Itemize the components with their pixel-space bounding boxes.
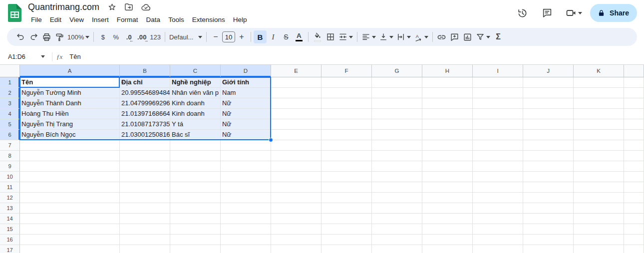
- cell-G11[interactable]: [372, 182, 422, 193]
- insert-comment-button[interactable]: [448, 30, 461, 43]
- cell-F1[interactable]: [322, 77, 372, 88]
- cell-5[interactable]: [624, 119, 644, 130]
- cell-C2[interactable]: Nhân viên văn p: [170, 88, 221, 98]
- col-header-B[interactable]: B: [120, 65, 170, 77]
- cell-K10[interactable]: [574, 172, 624, 182]
- cell-B12[interactable]: [120, 193, 170, 203]
- cell-A11[interactable]: [20, 182, 120, 193]
- cell-C3[interactable]: Kinh doanh: [170, 98, 221, 109]
- cell-J14[interactable]: [523, 214, 574, 224]
- cell-D14[interactable]: [221, 214, 271, 224]
- cell-E13[interactable]: [271, 203, 322, 214]
- cell-K15[interactable]: [574, 224, 624, 235]
- menu-tools[interactable]: Tools: [164, 15, 188, 24]
- cell-G7[interactable]: [372, 140, 422, 151]
- col-header-A[interactable]: A: [20, 65, 120, 77]
- increase-decimal-button[interactable]: .00→: [135, 30, 148, 43]
- insert-chart-button[interactable]: [461, 30, 474, 43]
- row-header-9[interactable]: 9: [0, 161, 20, 172]
- cell-F14[interactable]: [322, 214, 372, 224]
- cell-D9[interactable]: [221, 161, 271, 172]
- cell-D16[interactable]: [221, 235, 271, 245]
- cell-K16[interactable]: [574, 235, 624, 245]
- cell-C16[interactable]: [170, 235, 221, 245]
- menu-data[interactable]: Data: [142, 15, 165, 24]
- cell-E4[interactable]: [271, 109, 322, 119]
- cell-D8[interactable]: [221, 151, 271, 161]
- cell-A7[interactable]: [20, 140, 120, 151]
- cell-11[interactable]: [624, 182, 644, 193]
- cell-E14[interactable]: [271, 214, 322, 224]
- share-button[interactable]: Share: [590, 4, 637, 22]
- cell-A2[interactable]: Nguyễn Tường Minh: [20, 88, 120, 98]
- font-selector[interactable]: Defaul...: [168, 30, 204, 43]
- cell-G12[interactable]: [372, 193, 422, 203]
- cell-C14[interactable]: [170, 214, 221, 224]
- cell-K1[interactable]: [574, 77, 624, 88]
- cell-B4[interactable]: 21.01397168664: [120, 109, 170, 119]
- cell-K3[interactable]: [574, 98, 624, 109]
- cell-B16[interactable]: [120, 235, 170, 245]
- cell-J7[interactable]: [523, 140, 574, 151]
- cell-B11[interactable]: [120, 182, 170, 193]
- cell-8[interactable]: [624, 151, 644, 161]
- cell-F11[interactable]: [322, 182, 372, 193]
- cell-E6[interactable]: [271, 130, 322, 140]
- row-header-5[interactable]: 5: [0, 119, 20, 130]
- document-title[interactable]: Quantrimang.com: [27, 2, 100, 12]
- sheets-logo[interactable]: [7, 4, 22, 22]
- cell-G3[interactable]: [372, 98, 422, 109]
- cell-F12[interactable]: [322, 193, 372, 203]
- cell-H15[interactable]: [422, 224, 473, 235]
- cell-J3[interactable]: [523, 98, 574, 109]
- cell-E16[interactable]: [271, 235, 322, 245]
- cell-I6[interactable]: [473, 130, 523, 140]
- cell-K6[interactable]: [574, 130, 624, 140]
- cell-D1[interactable]: Giới tính: [221, 77, 271, 88]
- row-header-16[interactable]: 16: [0, 235, 20, 245]
- cell-C5[interactable]: Y tá: [170, 119, 221, 130]
- cell-J10[interactable]: [523, 172, 574, 182]
- cell-G5[interactable]: [372, 119, 422, 130]
- col-header-H[interactable]: H: [422, 65, 473, 77]
- menu-insert[interactable]: Insert: [88, 15, 113, 24]
- cell-F5[interactable]: [322, 119, 372, 130]
- row-header-14[interactable]: 14: [0, 214, 20, 224]
- cell-A9[interactable]: [20, 161, 120, 172]
- cell-G16[interactable]: [372, 235, 422, 245]
- cell-H13[interactable]: [422, 203, 473, 214]
- cell-C9[interactable]: [170, 161, 221, 172]
- cell-D6[interactable]: Nữ: [221, 130, 271, 140]
- cell-15[interactable]: [624, 224, 644, 235]
- cell-H12[interactable]: [422, 193, 473, 203]
- cell-F10[interactable]: [322, 172, 372, 182]
- row-header-7[interactable]: 7: [0, 140, 20, 151]
- cell-J9[interactable]: [523, 161, 574, 172]
- cell-A10[interactable]: [20, 172, 120, 182]
- cell-E11[interactable]: [271, 182, 322, 193]
- row-header-17[interactable]: 17: [0, 245, 20, 253]
- cell-E2[interactable]: [271, 88, 322, 98]
- join-call-button[interactable]: [562, 7, 585, 19]
- cell-B10[interactable]: [120, 172, 170, 182]
- menu-file[interactable]: File: [27, 15, 46, 24]
- cell-I16[interactable]: [473, 235, 523, 245]
- cell-B5[interactable]: 21.01087173735: [120, 119, 170, 130]
- row-header-6[interactable]: 6: [0, 130, 20, 140]
- cell-C8[interactable]: [170, 151, 221, 161]
- cell-12[interactable]: [624, 193, 644, 203]
- cell-E17[interactable]: [271, 245, 322, 253]
- cell-K5[interactable]: [574, 119, 624, 130]
- cell-D15[interactable]: [221, 224, 271, 235]
- cell-B8[interactable]: [120, 151, 170, 161]
- cell-F16[interactable]: [322, 235, 372, 245]
- cell-9[interactable]: [624, 161, 644, 172]
- cell-J2[interactable]: [523, 88, 574, 98]
- menu-help[interactable]: Help: [229, 15, 251, 24]
- cell-G15[interactable]: [372, 224, 422, 235]
- cell-K4[interactable]: [574, 109, 624, 119]
- row-header-13[interactable]: 13: [0, 203, 20, 214]
- cell-10[interactable]: [624, 172, 644, 182]
- cell-A1[interactable]: Tên: [20, 77, 120, 88]
- cell-13[interactable]: [624, 203, 644, 214]
